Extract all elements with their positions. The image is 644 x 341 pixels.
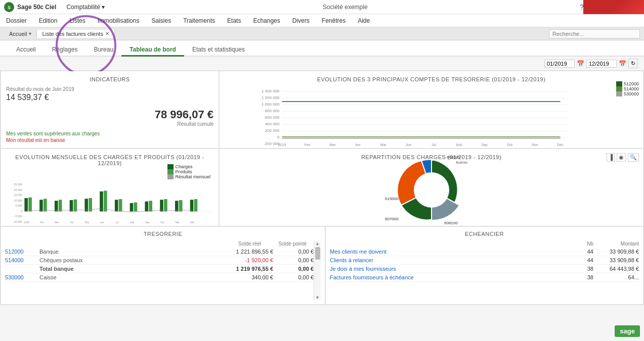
cumul-value: 78 996,07 € [6, 108, 213, 121]
svg-text:1 000 000: 1 000 000 [262, 102, 280, 107]
svg-text:S: S [8, 5, 11, 10]
echeancier-title: ECHEANCIER [330, 231, 639, 237]
legend-produits: Produits [167, 169, 210, 174]
tab-factures-close[interactable]: ✕ [105, 31, 109, 36]
svg-text:25 000: 25 000 [14, 183, 22, 186]
svg-rect-60 [175, 201, 179, 211]
tab-accueil-inner[interactable]: Accueil [8, 44, 44, 57]
svg-text:-5 000: -5 000 [15, 215, 22, 218]
donut-chart-icon[interactable]: ◉ [617, 153, 626, 162]
menu-divers[interactable]: Divers [290, 16, 312, 25]
bar-chart-icon[interactable]: ▐ [607, 153, 615, 162]
tab-factures-label: Liste des factures clients [42, 31, 103, 37]
svg-point-76 [414, 172, 449, 208]
link-530000[interactable]: 530000 [5, 274, 35, 280]
date-to[interactable] [586, 60, 617, 68]
svg-text:200 000: 200 000 [265, 128, 280, 133]
svg-text:Fev: Fev [40, 221, 44, 224]
svg-text:Fev: Fev [305, 143, 311, 147]
treso-evolution-chart: 1 400 000 1 200 000 1 000 000 800 000 60… [225, 86, 638, 147]
legend-label-530000: 530000 [624, 91, 639, 96]
treso-row-514000: 514000 Chèques postaux -1 920,00 € 0,00 … [5, 256, 314, 265]
svg-rect-57 [149, 201, 152, 211]
menu-echanges[interactable]: Echanges [251, 16, 282, 25]
svg-text:Mai: Mai [380, 143, 387, 147]
svg-rect-51 [104, 191, 107, 212]
inner-tabs: Accueil Réglages Bureau Tableau de bord … [0, 40, 644, 57]
menu-etats[interactable]: Etats [225, 16, 243, 25]
svg-rect-50 [100, 191, 103, 212]
charges-legend: Charges Produits Résultat mensuel [167, 164, 210, 179]
svg-rect-53 [119, 199, 122, 211]
legend-label-514000: 514000 [624, 86, 639, 91]
legend-512000: 512000 [616, 81, 639, 86]
calendar-to-icon[interactable]: 📅 [619, 60, 626, 67]
refresh-button[interactable]: ↻ [628, 59, 638, 68]
app-name: Sage 50c Ciel [17, 4, 56, 11]
date-from[interactable] [544, 60, 575, 68]
link-ventes[interactable]: Mes ventes sont supérieures aux charges [6, 131, 213, 136]
desc-total-banque: Total banque [35, 266, 223, 272]
link-clients-doivent[interactable]: Mes clients me doivent [330, 249, 573, 255]
svg-text:-10 000: -10 000 [13, 220, 22, 223]
scroll-up[interactable]: ▲ [315, 241, 320, 246]
treso-row-530000: 530000 Caisse 340,00 € 0,00 € [5, 273, 314, 282]
montant-factures-echeance: 64... [593, 274, 639, 280]
menubar: Dossier Edition Listes Immobilisations S… [0, 14, 644, 27]
search-input[interactable] [549, 29, 640, 38]
link-factures-echeance[interactable]: Factures fournisseurs à échéance [330, 274, 573, 280]
tab-etats-statistiques[interactable]: Etats et statistiques [184, 44, 253, 57]
tab-accueil[interactable]: Accueil ▾ [4, 30, 37, 38]
tab-bureau[interactable]: Bureau [85, 44, 121, 57]
legend-514000: 514000 [616, 86, 639, 91]
tabbar: Accueil ▾ Liste des factures clients ✕ [0, 27, 644, 40]
ech-row-clients-doivent: Mes clients me doivent 44 33 909,88 € [330, 248, 639, 256]
dashboard: 📅 📅 ↻ INDICATEURS Résultat du mois de Ju… [0, 57, 644, 341]
svg-text:607000: 607000 [385, 217, 399, 221]
menu-saisies[interactable]: Saisies [149, 16, 173, 25]
desc-caisse: Caisse [35, 274, 223, 280]
calendar-from-icon[interactable]: 📅 [577, 60, 584, 67]
link-512000[interactable]: 512000 [5, 249, 35, 255]
svg-text:Autres: Autres [456, 160, 467, 165]
menu-edition[interactable]: Edition [37, 16, 60, 25]
link-514000[interactable]: 514000 [5, 257, 35, 263]
svg-text:Aoû: Aoû [130, 221, 135, 224]
legend-label-resultat: Résultat mensuel [175, 174, 210, 179]
link-fournisseurs[interactable]: Je dois à mes fournisseurs [330, 266, 573, 272]
menu-aide[interactable]: Aide [356, 16, 372, 25]
app-logo: S [4, 2, 14, 12]
treso-scrollbar[interactable]: ▲ ▼ [314, 241, 321, 300]
cumul-label: Résultat cumulé [6, 121, 213, 127]
menu-listes[interactable]: Listes [67, 16, 87, 25]
col-desc [105, 241, 205, 247]
svg-text:Mar: Mar [329, 143, 336, 147]
menu-fenetres[interactable]: Fenêtres [320, 16, 348, 25]
col-ech-desc [330, 241, 573, 247]
link-clients-relancer[interactable]: Clients à relancer [330, 257, 573, 263]
donut-container: 606300 Autres 615000 607000 606100 [225, 164, 638, 216]
scroll-down[interactable]: ▼ [315, 295, 320, 300]
treso-evolution-panel: EVOLUTION DES 3 PRINCIPAUX COMPTES DE TR… [220, 71, 643, 148]
sage-badge: sage [615, 325, 640, 337]
svg-rect-63 [194, 199, 198, 211]
link-resultat[interactable]: Mon résultat est en baisse [6, 137, 213, 143]
svg-rect-46 [70, 200, 73, 211]
treso-row-total-banque: Total banque 1 219 976,55 € 0,00 € [5, 265, 314, 273]
tab-factures[interactable]: Liste des factures clients ✕ [37, 30, 114, 38]
menu-immobilisations[interactable]: Immobilisations [96, 16, 142, 25]
tab-accueil-dropdown[interactable]: ▾ [29, 31, 31, 36]
col-nb: Nb [573, 241, 593, 247]
svg-text:Mai: Mai [85, 221, 89, 224]
menu-comptabilite[interactable]: Comptabilité ▾ [64, 3, 107, 12]
svg-rect-55 [134, 203, 138, 212]
svg-text:Avr: Avr [70, 221, 74, 224]
menu-dossier[interactable]: Dossier [4, 16, 29, 25]
svg-text:20 000: 20 000 [14, 188, 22, 191]
treso-legend: 512000 514000 530000 [616, 81, 639, 96]
zoom-icon[interactable]: 🔍 [628, 153, 639, 162]
tab-tableau-de-bord[interactable]: Tableau de bord [121, 44, 184, 57]
svg-text:Aoû: Aoû [456, 143, 462, 147]
menu-traitements[interactable]: Traitements [181, 16, 217, 25]
tab-reglages[interactable]: Réglages [44, 44, 86, 57]
